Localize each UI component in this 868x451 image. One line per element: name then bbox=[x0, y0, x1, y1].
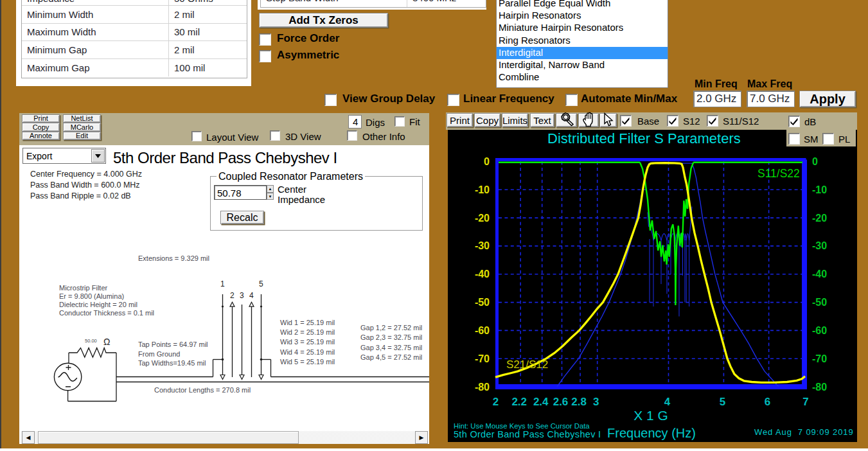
svg-text:Wid 1 = 25.19 mil: Wid 1 = 25.19 mil bbox=[280, 319, 335, 326]
svg-text:S21/S12: S21/S12 bbox=[506, 358, 548, 371]
svg-text:Wid 5 = 25.19 mil: Wid 5 = 25.19 mil bbox=[280, 358, 335, 366]
svg-text:Conductor Lengths = 270.8 mil: Conductor Lengths = 270.8 mil bbox=[154, 386, 251, 394]
svg-text:5th Order Band Pass Chebyshev: 5th Order Band Pass Chebyshev I bbox=[454, 429, 601, 439]
svg-text:3: 3 bbox=[240, 291, 244, 300]
svg-text:Dielectric Height = 20 mil: Dielectric Height = 20 mil bbox=[59, 301, 137, 308]
svg-text:-50: -50 bbox=[475, 297, 490, 308]
svg-text:S11/S22: S11/S22 bbox=[757, 167, 800, 180]
svg-text:Microstrip Filter: Microstrip Filter bbox=[59, 284, 108, 292]
svg-text:1: 1 bbox=[220, 279, 225, 288]
svg-text:6: 6 bbox=[765, 396, 770, 408]
svg-text:-20: -20 bbox=[812, 213, 827, 224]
svg-text:Wid 4 = 25.19 mil: Wid 4 = 25.19 mil bbox=[280, 348, 335, 356]
svg-text:Tap Points = 64.97 mil: Tap Points = 64.97 mil bbox=[138, 340, 208, 348]
svg-text:-60: -60 bbox=[475, 325, 490, 336]
svg-text:Gap 2,3 = 32.75 mil: Gap 2,3 = 32.75 mil bbox=[360, 333, 422, 341]
svg-text:Gap 1,2 = 27.52 mil: Gap 1,2 = 27.52 mil bbox=[360, 324, 422, 332]
svg-text:2.4: 2.4 bbox=[533, 396, 549, 408]
svg-text:-20: -20 bbox=[475, 213, 490, 224]
svg-text:4: 4 bbox=[664, 396, 671, 408]
svg-text:7: 7 bbox=[802, 396, 808, 408]
svg-text:Frequency (Hz): Frequency (Hz) bbox=[607, 426, 696, 440]
svg-text:-10: -10 bbox=[812, 184, 827, 195]
svg-text:2.6: 2.6 bbox=[553, 396, 569, 408]
svg-text:-70: -70 bbox=[812, 353, 827, 364]
svg-text:Wed Aug 7 09:09 2019: Wed Aug 7 09:09 2019 bbox=[754, 427, 854, 437]
svg-text:Gap 4,5 = 27.52 mil: Gap 4,5 = 27.52 mil bbox=[360, 353, 422, 361]
svg-text:From Ground: From Ground bbox=[138, 350, 180, 358]
svg-text:0: 0 bbox=[812, 156, 818, 167]
svg-text:2: 2 bbox=[230, 291, 235, 300]
svg-text:-80: -80 bbox=[812, 382, 827, 393]
svg-text:5: 5 bbox=[720, 396, 725, 408]
svg-text:X 1 G: X 1 G bbox=[633, 408, 668, 423]
svg-text:Gap 3,4 = 32.75 mil: Gap 3,4 = 32.75 mil bbox=[360, 344, 422, 351]
svg-text:2.8: 2.8 bbox=[571, 396, 587, 408]
svg-text:5: 5 bbox=[259, 279, 263, 288]
svg-text:-40: -40 bbox=[475, 269, 490, 279]
svg-text:2.2: 2.2 bbox=[511, 396, 527, 408]
svg-text:2: 2 bbox=[493, 396, 499, 408]
svg-text:-30: -30 bbox=[475, 240, 490, 251]
svg-text:50.00: 50.00 bbox=[85, 338, 97, 344]
svg-text:Ω: Ω bbox=[103, 337, 110, 347]
svg-text:-10: -10 bbox=[475, 184, 490, 195]
svg-text:Extensions = 9.329 mil: Extensions = 9.329 mil bbox=[138, 254, 209, 262]
svg-text:3: 3 bbox=[593, 396, 599, 408]
svg-text:Wid 2 = 25.19 mil: Wid 2 = 25.19 mil bbox=[280, 328, 335, 336]
svg-text:Er = 9.800 (Alumina): Er = 9.800 (Alumina) bbox=[59, 292, 124, 300]
svg-text:-70: -70 bbox=[475, 353, 490, 364]
svg-text:0: 0 bbox=[484, 156, 490, 167]
svg-text:-50: -50 bbox=[812, 297, 827, 308]
svg-text:-80: -80 bbox=[475, 382, 490, 393]
svg-text:Tap Widths=19.45 mil: Tap Widths=19.45 mil bbox=[138, 359, 206, 367]
svg-text:-60: -60 bbox=[812, 325, 827, 336]
svg-text:-30: -30 bbox=[812, 240, 827, 251]
svg-text:4: 4 bbox=[249, 291, 254, 300]
svg-text:Wid 3 = 25.19 mil: Wid 3 = 25.19 mil bbox=[280, 338, 335, 346]
svg-text:Conductor Thickness = 0.1 mil: Conductor Thickness = 0.1 mil bbox=[59, 309, 154, 317]
svg-text:-40: -40 bbox=[812, 269, 827, 279]
